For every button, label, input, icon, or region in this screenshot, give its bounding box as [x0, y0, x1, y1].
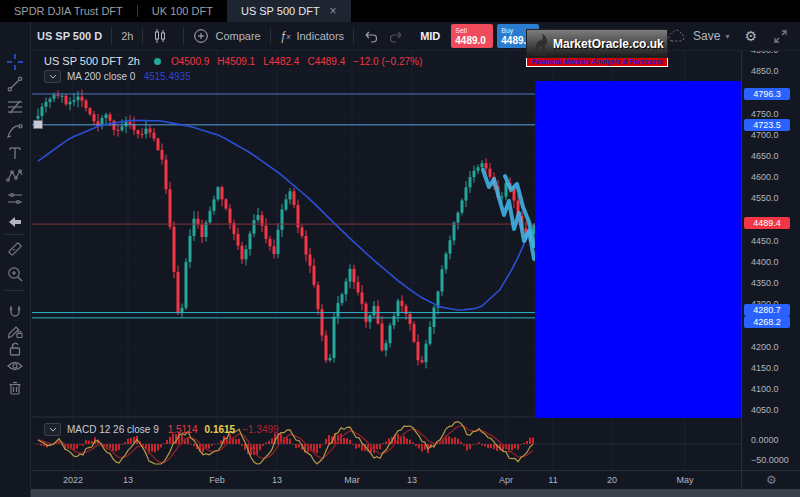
tab-label: US SP 500 DFT	[241, 5, 320, 17]
magnet-tool-button[interactable]	[6, 303, 24, 321]
close-value: C4489.4	[307, 56, 345, 67]
indicators-label: Indicators	[296, 30, 344, 42]
indicators-button[interactable]: ƒx Indicators	[273, 22, 351, 50]
change-value: −12.0 (−0.27%)	[353, 56, 422, 67]
save-button[interactable]: Save ▾	[661, 29, 735, 43]
price-badge-red: 4489.4	[744, 217, 790, 229]
tab-label: SPDR DJIA Trust DFT	[14, 5, 123, 17]
time-axis-label: 13	[108, 475, 148, 485]
time-axis[interactable]: 202213Feb13Mar13Apr1120May	[30, 470, 741, 489]
drawing-mode-lock-button[interactable]	[6, 322, 24, 340]
ma-legend-value: 4515.4935	[143, 71, 190, 82]
logo-title: MarketOracle.co.uk	[553, 37, 664, 51]
price-scale-label: 4400.0	[751, 257, 779, 267]
thinker-statue-icon	[531, 32, 549, 56]
logo-tagline-strip: Financial Markets Analysis & Forecasts	[526, 58, 668, 67]
time-axis-label: 2022	[53, 475, 93, 485]
low-value: L4482.4	[263, 56, 299, 67]
ohlc-values: O4500.9 H4509.1 L4482.4 C4489.4 −12.0 (−…	[171, 55, 427, 67]
price-scale[interactable]: 4900.04850.04750.04700.04650.04600.04550…	[741, 50, 800, 470]
interval-button[interactable]: 2h	[114, 22, 140, 50]
brush-tool-button[interactable]	[6, 121, 24, 139]
symbol-legend[interactable]: US SP 500 DFT 2h O4500.9 H4509.1 L4482.4…	[44, 55, 427, 67]
fullscreen-button[interactable]	[766, 22, 800, 50]
drawing-toolbar	[0, 22, 31, 497]
horizontal-line-handle[interactable]	[33, 120, 43, 129]
remove-drawings-trash-button[interactable]	[6, 379, 24, 397]
window-bottom-strip	[0, 488, 800, 497]
hide-drawings-eye-button[interactable]	[6, 357, 24, 375]
logo-tagline: Financial Markets Analysis & Forecasts	[531, 58, 662, 66]
tab-label: UK 100 DFT	[152, 5, 213, 17]
compare-label: Compare	[215, 30, 260, 42]
settings-gear-button[interactable]: ⚙	[735, 28, 766, 44]
mid-price-mode-label[interactable]: MID	[411, 30, 449, 42]
chart-style-button[interactable]	[145, 22, 181, 50]
redo-button[interactable]	[386, 22, 411, 50]
axis-settings-corner[interactable]: ⚙	[741, 470, 800, 489]
tab-uk-100[interactable]: UK 100 DFT	[138, 0, 227, 22]
zoom-in-tool-button[interactable]	[6, 265, 24, 283]
tab-bar: SPDR DJIA Trust DFT UK 100 DFT US SP 500…	[0, 0, 800, 22]
price-scale-label: 4050.0	[751, 405, 779, 415]
unlock-drawings-button[interactable]	[6, 340, 24, 358]
forecast-tool-button[interactable]	[6, 190, 24, 208]
macd-legend-collapse-button[interactable]	[44, 423, 61, 436]
high-value: H4509.1	[217, 56, 255, 67]
compare-button[interactable]: Compare	[186, 22, 267, 50]
price-badge-blue: 4723.5	[744, 119, 790, 131]
time-axis-label: 13	[392, 475, 432, 485]
tab-us-sp-500[interactable]: US SP 500 DFT ×	[227, 0, 351, 22]
arrow-left-tool-button[interactable]	[6, 213, 24, 231]
ma-indicator-legend[interactable]: MA 200 close 0 4515.4935	[44, 70, 191, 83]
ma-legend-label: MA 200 close 0	[67, 71, 135, 82]
axis-gear-icon[interactable]: ⚙	[766, 473, 777, 487]
time-axis-label: Feb	[197, 475, 237, 485]
price-scale-label: 4650.0	[751, 151, 779, 161]
price-badge-blue: 4796.3	[744, 88, 790, 100]
text-tool-button[interactable]	[6, 144, 24, 162]
tab-spdr-djia[interactable]: SPDR DJIA Trust DFT	[0, 0, 137, 22]
measure-tool-button[interactable]	[6, 240, 24, 258]
toolbar-separator	[142, 28, 143, 44]
cloud-icon	[667, 29, 687, 43]
sell-price: 4489.0	[455, 35, 489, 46]
trend-line-tool-button[interactable]	[6, 75, 24, 93]
price-badge-blue: 4280.7	[744, 304, 790, 316]
chevron-down-icon	[49, 427, 57, 432]
time-axis-label: 20	[592, 475, 632, 485]
macd-indicator-legend[interactable]: MACD 12 26 close 9 1.5114 0.1615 −1.3499	[44, 423, 279, 436]
ma-legend-collapse-button[interactable]	[44, 70, 61, 83]
price-scale-label: 4350.0	[751, 278, 779, 288]
indicators-fx-icon: ƒx	[280, 29, 291, 43]
logo-plate: MarketOracle.co.uk	[526, 29, 668, 58]
save-label: Save	[693, 29, 720, 43]
tool-group-divider	[5, 234, 25, 235]
sell-button[interactable]: Sell 4489.0	[451, 24, 493, 48]
chart-toolbar: US SP 500 D 2h Compare ƒx Indicators	[30, 22, 800, 51]
macd-legend-label: MACD 12 26 close 9	[67, 424, 159, 435]
redo-icon	[388, 29, 404, 43]
symbol-button[interactable]: US SP 500 D	[30, 22, 109, 50]
pattern-tool-button[interactable]	[6, 167, 24, 185]
open-value: O4500.9	[171, 56, 209, 67]
legend-symbol: US SP 500 DFT	[44, 55, 123, 67]
price-scale-label: 4150.0	[751, 363, 779, 373]
chart-canvas[interactable]	[30, 50, 741, 470]
chevron-down-icon: ▾	[725, 32, 729, 41]
tab-close-icon[interactable]: ×	[330, 5, 337, 17]
marketoracle-logo: MarketOracle.co.uk Financial Markets Ana…	[526, 29, 668, 67]
time-axis-label: 11	[533, 475, 573, 485]
chevron-down-icon	[49, 74, 57, 79]
time-axis-label: Apr	[486, 475, 526, 485]
toolbar-separator	[183, 28, 184, 44]
fibonacci-tool-button[interactable]	[6, 98, 24, 116]
price-scale-label: 4450.0	[751, 236, 779, 246]
toolbar-separator	[353, 28, 354, 44]
undo-icon	[363, 29, 379, 43]
undo-button[interactable]	[356, 22, 386, 50]
blue-rectangle-drawing[interactable]	[535, 81, 741, 418]
crosshair-tool-button[interactable]	[6, 53, 24, 71]
time-axis-label: Mar	[332, 475, 372, 485]
price-scale-label: −50.0000	[751, 455, 789, 465]
